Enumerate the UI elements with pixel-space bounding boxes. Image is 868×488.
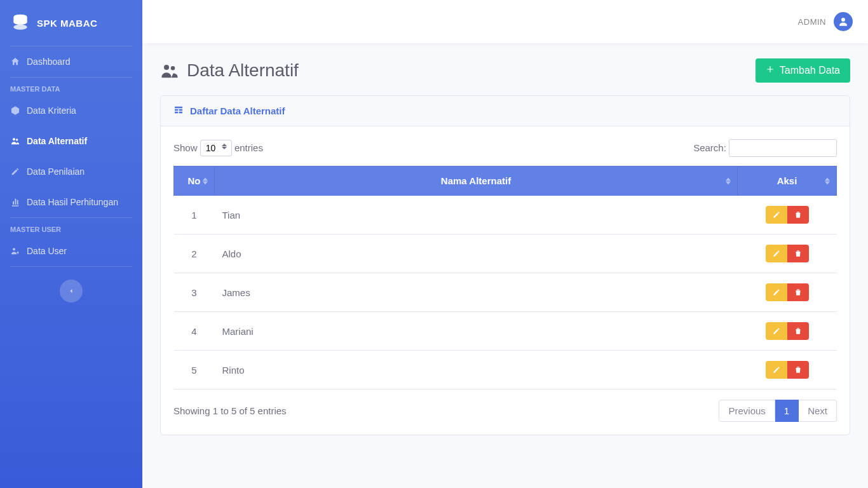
sort-icon <box>203 177 208 184</box>
svg-point-5 <box>13 248 15 250</box>
sidebar: SPK MABAC Dashboard MASTER DATA Data Kri… <box>0 0 142 488</box>
table-row: 3James <box>174 273 837 312</box>
sidebar-item-user[interactable]: Data User <box>0 236 142 266</box>
search-wrap: Search: <box>693 139 837 157</box>
users-icon <box>10 136 20 146</box>
cell-nama: Mariani <box>215 312 738 351</box>
database-icon <box>10 13 31 33</box>
search-input[interactable] <box>729 139 837 157</box>
chart-icon <box>10 197 20 207</box>
edit-button[interactable] <box>766 322 787 340</box>
nav-label: Dashboard <box>27 57 71 67</box>
cube-icon <box>10 105 20 116</box>
table-row: 4Mariani <box>174 312 837 351</box>
table-controls: Show 10 entries Search: <box>173 139 837 157</box>
cell-aksi <box>738 273 837 312</box>
edit-button[interactable] <box>766 361 787 379</box>
svg-point-4 <box>16 139 18 140</box>
card-body: Show 10 entries Search: <box>161 126 850 435</box>
edit-button[interactable] <box>766 245 787 262</box>
content: Data Alternatif Tambah Data Daftar Data … <box>142 43 868 451</box>
sidebar-item-penilaian[interactable]: Data Penilaian <box>0 156 142 187</box>
sort-icon <box>726 177 731 184</box>
page-title-wrap: Data Alternatif <box>160 60 299 81</box>
svg-point-1 <box>13 20 27 25</box>
table-icon <box>173 105 184 117</box>
card: Daftar Data Alternatif Show 10 entries <box>160 95 850 435</box>
topbar-username: ADMIN <box>798 17 826 27</box>
show-label: Show <box>173 142 198 153</box>
cell-nama: Aldo <box>215 234 738 273</box>
nav-label: Data Penilaian <box>27 166 85 177</box>
nav-label: Data Kriteria <box>27 105 76 116</box>
nav-label: Data User <box>27 246 67 256</box>
delete-button[interactable] <box>787 206 809 224</box>
sidebar-item-dashboard[interactable]: Dashboard <box>0 46 142 77</box>
entries-label: entries <box>234 142 263 153</box>
page-header: Data Alternatif Tambah Data <box>160 58 850 83</box>
delete-button[interactable] <box>787 361 809 379</box>
add-button-label: Tambah Data <box>780 65 840 76</box>
add-button[interactable]: Tambah Data <box>756 58 850 83</box>
sidebar-heading-master-data: MASTER DATA <box>0 78 142 95</box>
svg-point-8 <box>164 65 169 70</box>
cell-no: 5 <box>174 351 215 390</box>
sidebar-collapse-button[interactable] <box>60 280 83 302</box>
main: ADMIN Data Alternatif Tambah <box>142 0 868 488</box>
sidebar-item-kriteria[interactable]: Data Kriteria <box>0 95 142 126</box>
plus-icon <box>766 65 775 76</box>
svg-point-7 <box>841 18 845 22</box>
users-cog-icon <box>10 246 20 256</box>
table-row: 5Rinto <box>174 351 837 390</box>
data-table: No Nama Alternatif Aksi 1Tian2Aldo3James… <box>173 166 837 390</box>
cell-aksi <box>738 196 837 234</box>
sidebar-heading-master-user: MASTER USER <box>0 218 142 236</box>
card-header: Daftar Data Alternatif <box>161 96 850 126</box>
cell-nama: James <box>215 273 738 312</box>
brand-title: SPK MABAC <box>37 18 97 29</box>
cell-aksi <box>738 351 837 390</box>
users-icon <box>160 61 179 80</box>
cell-nama: Tian <box>215 196 738 234</box>
cell-nama: Rinto <box>215 351 738 390</box>
search-label: Search: <box>693 142 726 153</box>
page-title: Data Alternatif <box>187 60 299 81</box>
cell-no: 2 <box>174 234 215 273</box>
home-icon <box>10 57 20 67</box>
table-row: 1Tian <box>174 196 837 234</box>
sort-icon <box>825 177 830 184</box>
show-entries: Show 10 entries <box>173 140 263 156</box>
brand[interactable]: SPK MABAC <box>0 0 142 46</box>
page-size-select[interactable]: 10 <box>200 140 232 156</box>
svg-point-6 <box>17 252 19 254</box>
cell-no: 4 <box>174 312 215 351</box>
delete-button[interactable] <box>787 245 809 262</box>
divider <box>10 266 132 267</box>
col-no[interactable]: No <box>174 166 215 196</box>
col-aksi[interactable]: Aksi <box>738 166 837 196</box>
card-title: Daftar Data Alternatif <box>190 105 285 116</box>
delete-button[interactable] <box>787 322 809 340</box>
sidebar-item-hasil[interactable]: Data Hasil Perhitungan <box>0 187 142 217</box>
sidebar-item-alternatif[interactable]: Data Alternatif <box>0 126 142 156</box>
pagination: Previous 1 Next <box>719 400 837 422</box>
nav-label: Data Alternatif <box>27 136 87 146</box>
nav-label: Data Hasil Perhitungan <box>27 197 118 207</box>
topbar: ADMIN <box>142 0 868 43</box>
svg-point-9 <box>171 66 175 71</box>
pagination-next[interactable]: Next <box>799 400 837 422</box>
table-info: Showing 1 to 5 of 5 entries <box>173 405 287 416</box>
table-row: 2Aldo <box>174 234 837 273</box>
edit-button[interactable] <box>766 206 787 224</box>
delete-button[interactable] <box>787 283 809 301</box>
pagination-page-1[interactable]: 1 <box>775 400 799 422</box>
cell-no: 1 <box>174 196 215 234</box>
topbar-user[interactable]: ADMIN <box>798 12 853 31</box>
table-footer: Showing 1 to 5 of 5 entries Previous 1 N… <box>173 400 837 422</box>
pagination-prev[interactable]: Previous <box>719 400 775 422</box>
edit-button[interactable] <box>766 283 787 301</box>
svg-point-2 <box>13 25 27 30</box>
svg-point-3 <box>13 138 15 140</box>
col-nama[interactable]: Nama Alternatif <box>215 166 738 196</box>
cell-no: 3 <box>174 273 215 312</box>
